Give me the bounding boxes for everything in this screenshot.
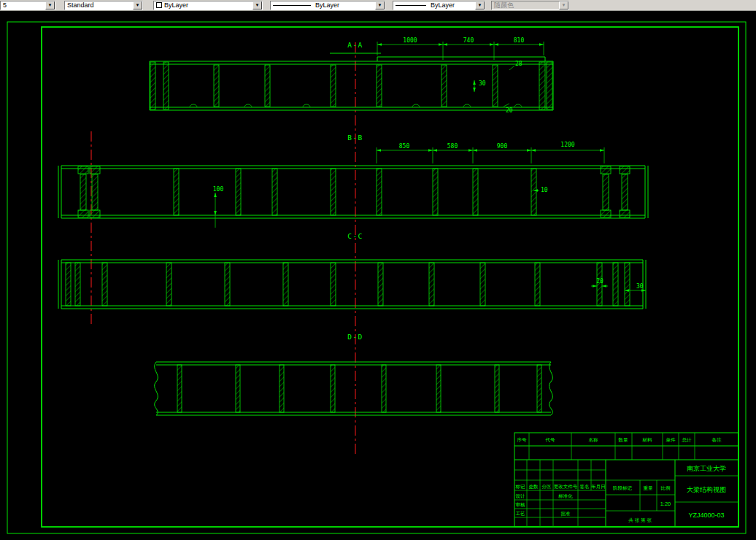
field-sign: 签名 [580, 484, 590, 490]
bom-note: 备注 [712, 437, 722, 443]
break-line-right [549, 362, 553, 415]
lineweight-sample-icon [396, 5, 426, 6]
section-a-view: A-A [150, 37, 553, 114]
chevron-down-icon[interactable]: ▼ [375, 1, 385, 9]
field-standardize: 标准化 [558, 493, 573, 499]
field-weight: 重量 [644, 485, 654, 490]
text-style-combo[interactable]: Standard ▼ [64, 1, 143, 10]
text-style-value: Standard [65, 1, 133, 9]
chevron-down-icon[interactable]: ▼ [252, 1, 262, 9]
field-count: 处数 [529, 484, 539, 490]
field-change-doc: 更改文件号 [554, 484, 578, 490]
end-right-b [601, 166, 630, 217]
dim-b-580: 580 [447, 143, 458, 150]
dim-style-combo[interactable]: 5 ▼ [0, 1, 55, 10]
chevron-down-icon[interactable]: ▼ [475, 1, 485, 9]
dim-a-1000: 1000 [403, 37, 417, 44]
lineweight-value: ByLayer [428, 1, 475, 9]
field-scale-label: 比例 [661, 485, 671, 491]
dim-a-30: 30 [479, 80, 486, 87]
section-c-label: C-C [347, 232, 363, 240]
title-block: 序号 代号 名称 数量 材料 单件 总计 备注 标记 处数 分区 更改文件号 签… [514, 433, 738, 527]
lineweight-combo[interactable]: ByLayer ▼ [393, 1, 485, 10]
end-left-c [66, 263, 107, 306]
color-combo[interactable]: ByLayer ▼ [153, 1, 263, 10]
bom-code: 代号 [545, 437, 556, 442]
drawing-number: YZJ4000-03 [688, 512, 724, 519]
dim-style-value: 5 [1, 1, 45, 9]
section-d-label: D-D [347, 333, 363, 341]
ribs-c [166, 263, 540, 306]
bom-material: 材料 [642, 437, 653, 443]
cad-application-window: { "toolbar": { "dim_style": "5", "text_s… [0, 0, 756, 540]
field-review: 审核 [516, 502, 526, 507]
section-b-label: B-B [347, 134, 363, 142]
section-d-view: D-D [155, 333, 553, 415]
centerlines [91, 42, 355, 454]
dims-a: 1000 740 810 30 28 20 [377, 37, 544, 114]
field-zone: 分区 [542, 484, 552, 489]
linetype-sample-icon [273, 5, 311, 6]
field-mark: 标记 [515, 484, 526, 490]
break-line-left [155, 362, 158, 415]
drawing-title: 大梁结构视图 [687, 486, 726, 493]
field-sheets: 共 张 第 张 [628, 517, 652, 523]
dim-b-100: 100 [213, 186, 224, 193]
plot-style-value: 随颜色 [492, 1, 559, 9]
linetype-combo[interactable]: ByLayer ▼ [270, 1, 385, 10]
color-value: ByLayer [162, 1, 252, 9]
field-design: 设计 [516, 493, 526, 498]
chevron-down-icon[interactable]: ▼ [45, 1, 55, 9]
bom-single: 单件 [666, 437, 676, 442]
dim-b-10: 10 [541, 187, 548, 193]
field-date: 年月日 [591, 484, 606, 490]
section-a-label: A-A [347, 41, 363, 49]
chevron-down-icon[interactable]: ▼ [133, 1, 142, 9]
drawing: A-A [0, 11, 756, 540]
end-left-b [78, 166, 100, 217]
color-swatch-icon [156, 2, 162, 8]
bom-qty: 数量 [618, 437, 629, 442]
dim-b-900: 900 [497, 143, 508, 150]
section-c-view: C-C 20 [58, 232, 646, 309]
plot-style-combo: 随颜色 ▼ [491, 1, 569, 10]
dim-b-1200: 1200 [560, 142, 574, 148]
field-stage-mark: 阶段标记 [613, 485, 633, 491]
university-name: 南京工业大学 [687, 465, 726, 472]
bom-name: 名称 [589, 437, 599, 443]
dim-c-20: 20 [596, 278, 603, 285]
chevron-down-icon: ▼ [559, 1, 568, 9]
properties-toolbar: 5 ▼ Standard ▼ ByLayer ▼ ByLayer ▼ ByLay… [0, 0, 756, 11]
section-b-view: B-B [58, 134, 648, 228]
model-space-canvas[interactable]: A-A [0, 11, 756, 540]
dim-c-30: 30 [636, 283, 644, 290]
dim-a-28: 28 [515, 61, 522, 67]
dim-a-740: 740 [463, 37, 474, 44]
scale-value: 1:20 [660, 501, 671, 507]
field-process: 工艺 [516, 511, 526, 516]
dims-b: 850 580 900 1200 100 10 [213, 142, 604, 228]
ribs-d [177, 365, 541, 412]
field-approve: 批准 [561, 511, 571, 517]
dim-b-850: 850 [399, 143, 410, 150]
bom-total: 总计 [682, 437, 693, 442]
dim-a-20: 20 [506, 107, 513, 114]
bom-no: 序号 [517, 437, 528, 442]
dim-a-810: 810 [514, 37, 525, 44]
linetype-value: ByLayer [313, 1, 375, 9]
